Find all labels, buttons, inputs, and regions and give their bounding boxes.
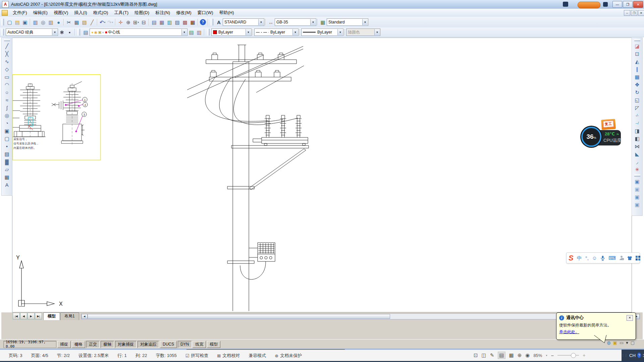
chevron-down-icon[interactable]: ▼: [181, 29, 187, 35]
write-mode-icon[interactable]: ✎: [490, 352, 494, 358]
region-icon[interactable]: ▱: [3, 166, 11, 173]
coordinate-readout[interactable]: 16598.19, 3106.97, 0.00: [3, 341, 56, 348]
wps-item-10[interactable]: 兼容模式: [249, 353, 266, 359]
menu-item-3[interactable]: 视图(V): [51, 9, 71, 17]
menu-item-5[interactable]: 格式(O): [90, 9, 111, 17]
chevron-down-icon[interactable]: ▼: [292, 29, 298, 35]
overlay-tool-icon[interactable]: [563, 2, 568, 7]
mirror-icon[interactable]: ◭: [633, 58, 641, 65]
break-at-point-icon[interactable]: ◨: [633, 127, 641, 135]
zoom-window-icon[interactable]: ⊞▾: [132, 18, 140, 26]
join-icon[interactable]: ⋈: [633, 142, 641, 150]
line-icon[interactable]: ╱: [3, 42, 11, 50]
chevron-down-icon[interactable]: ▼: [52, 29, 57, 35]
freeze-sun-icon[interactable]: ◉: [94, 31, 98, 34]
wps-item-8[interactable]: ☑拼写检查: [185, 353, 209, 359]
tab-模型[interactable]: 模型: [43, 312, 60, 320]
scrollbar-thumb[interactable]: [88, 314, 390, 319]
toggle-模型[interactable]: 模型: [207, 341, 220, 348]
menu-item-2[interactable]: 编辑(E): [30, 9, 51, 17]
toolbar-grip[interactable]: [207, 29, 210, 36]
langbar-grip[interactable]: ⋮⋮: [622, 354, 628, 357]
chevron-down-icon[interactable]: ▼: [246, 29, 251, 35]
zoom-out-icon[interactable]: −: [551, 353, 554, 358]
bring-to-front-icon[interactable]: ▣: [633, 178, 641, 185]
explode-icon[interactable]: ✳: [633, 166, 641, 173]
layer-combo[interactable]: ●◉▣◐■ 中心线 ▼: [90, 28, 187, 36]
point-icon[interactable]: •: [3, 142, 11, 150]
designcenter-icon[interactable]: ▦: [158, 18, 166, 26]
toolbar-grip[interactable]: [4, 39, 10, 41]
zoom-in-icon[interactable]: +: [583, 353, 585, 358]
zoom-realtime-icon[interactable]: ⊕: [124, 18, 132, 26]
wps-item-9[interactable]: ⊠文档校对: [217, 353, 240, 359]
text-style-combo[interactable]: STANDARD ▼: [223, 18, 264, 26]
text-style-icon[interactable]: A: [215, 18, 223, 26]
tab-nav-2[interactable]: ◀: [20, 313, 27, 319]
circle-icon[interactable]: ○: [3, 88, 11, 96]
toggle-正交[interactable]: 正交: [86, 341, 100, 348]
polyline-icon[interactable]: ∿: [3, 58, 11, 65]
plot-preview-icon[interactable]: ◎: [39, 18, 47, 26]
layer-previous-icon[interactable]: ▥: [195, 28, 203, 36]
tab-nav-4[interactable]: ▶|: [35, 313, 42, 319]
language-indicator[interactable]: CH: [629, 353, 636, 358]
chamfer-icon[interactable]: ◣: [633, 150, 641, 158]
wps-item-11[interactable]: ⊗文档未保护: [275, 353, 302, 359]
workspace-combo[interactable]: AutoCAD 经典 ▼: [6, 28, 58, 36]
linetype-combo[interactable]: ByLayer ▼: [254, 28, 299, 36]
markup-set-manager-icon[interactable]: ▩: [181, 18, 189, 26]
construction-line-icon[interactable]: ╳: [3, 50, 11, 58]
tab-nav-1[interactable]: |◀: [13, 313, 20, 319]
toggle-对象追踪[interactable]: 对象追踪: [138, 341, 159, 348]
toggle-DYN[interactable]: DYN: [178, 341, 192, 348]
rotate-icon[interactable]: ↻: [633, 88, 641, 96]
erase-icon[interactable]: ◪: [633, 42, 641, 50]
menu-item-1[interactable]: 文件(F): [10, 9, 30, 17]
wps-item-7[interactable]: 字数: 1055: [156, 353, 177, 359]
mtext-icon[interactable]: A: [3, 181, 11, 189]
move-icon[interactable]: ✥: [633, 81, 641, 88]
toggle-极轴[interactable]: 极轴: [101, 341, 114, 348]
tool-palettes-icon[interactable]: ▥: [166, 18, 173, 26]
pan-icon[interactable]: ✛: [117, 18, 124, 26]
sogou-logo-icon[interactable]: S: [569, 254, 574, 262]
toggle-捕捉[interactable]: 捕捉: [57, 341, 71, 348]
properties-palette-icon[interactable]: ▤: [150, 18, 158, 26]
clean-screen-icon[interactable]: ▢: [631, 341, 635, 345]
ellipse-arc-icon[interactable]: ◔: [3, 119, 11, 127]
bring-above-icon[interactable]: ▣: [633, 193, 641, 201]
menu-item-8[interactable]: 标注(N): [152, 9, 173, 17]
web-layout-icon[interactable]: ⊕: [518, 352, 522, 358]
quickcalc-icon[interactable]: ▦: [189, 18, 197, 26]
ellipse-icon[interactable]: ◎: [3, 112, 11, 119]
send-to-back-icon[interactable]: ▣: [633, 185, 641, 193]
chevron-down-icon[interactable]: ▼: [258, 19, 264, 25]
overlay-tray-icon[interactable]: [603, 2, 608, 7]
menu-item-4[interactable]: 插入(I): [71, 9, 90, 17]
menu-item-9[interactable]: 修改(M): [173, 9, 195, 17]
table-icon[interactable]: ▦: [3, 173, 11, 181]
zoom-previous-icon[interactable]: ⊟: [140, 18, 148, 26]
layer-properties-manager-icon[interactable]: ▤: [82, 28, 90, 36]
langbar-arrows[interactable]: ▴▾: [643, 353, 644, 358]
toggle-DUCS[interactable]: DUCS: [160, 341, 177, 348]
insert-block-icon[interactable]: ▣: [3, 127, 11, 135]
toggle-线宽[interactable]: 线宽: [193, 341, 206, 348]
eye-protect-icon[interactable]: ◉: [525, 352, 530, 358]
sheet-set-manager-icon[interactable]: ▨: [173, 18, 181, 26]
menu-item-7[interactable]: 绘图(D): [131, 9, 152, 17]
polygon-icon[interactable]: ◇: [3, 65, 11, 73]
extend-icon[interactable]: --/: [633, 119, 641, 127]
stretch-icon[interactable]: ◸: [633, 104, 641, 112]
chevron-down-icon[interactable]: ▼: [310, 19, 316, 25]
spline-icon[interactable]: ∫: [3, 104, 11, 112]
menu-item-6[interactable]: 工具(T): [111, 9, 131, 17]
gradient-icon[interactable]: ▓: [3, 158, 11, 166]
toggle-栅格[interactable]: 栅格: [72, 341, 85, 348]
new-icon[interactable]: ▢: [6, 18, 13, 26]
table-style-icon[interactable]: ▦: [319, 18, 327, 26]
ime-help-icon[interactable]: ?: [637, 353, 641, 358]
save-icon[interactable]: ▣: [21, 18, 29, 26]
cpu-temperature-widget[interactable]: 复工 36% 28℃ ❧ CPU温度: [581, 119, 624, 148]
